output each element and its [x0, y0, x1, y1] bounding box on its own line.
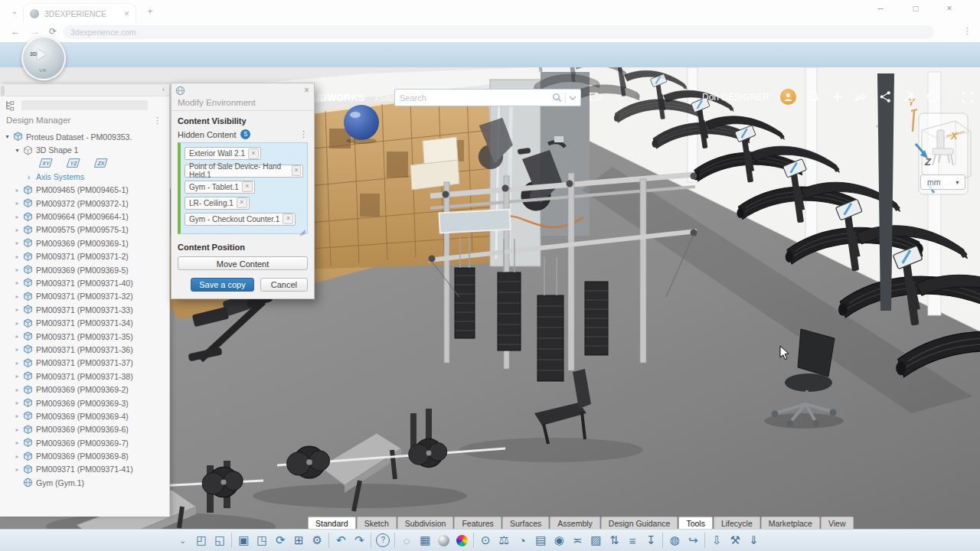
search-icon[interactable]	[552, 93, 562, 103]
parameters-icon[interactable]: ≡	[623, 531, 642, 549]
tree-expander-icon[interactable]: ▸	[13, 373, 21, 380]
panel-menu-kebab-icon[interactable]: ⋮	[153, 116, 169, 126]
add-content-icon[interactable]	[831, 90, 844, 103]
zebra-stripes-icon[interactable]: ▨	[586, 531, 605, 549]
chip-remove-icon[interactable]: ×	[242, 181, 253, 192]
tree-item-component[interactable]: ▸ PM009371 (PM009371-38)	[0, 370, 169, 383]
hidden-content-chip[interactable]: Exterior Wall 2.1 ×	[185, 147, 261, 160]
tab-assembly[interactable]: Assembly	[550, 517, 600, 529]
panel-scrollbar[interactable]	[1, 86, 5, 96]
tree-item-component[interactable]: ▸ PM009371 (PM009371-33)	[0, 303, 169, 316]
search-input[interactable]	[395, 93, 552, 103]
tree-expander-icon[interactable]: ▸	[13, 227, 21, 233]
dialog-header[interactable]: ×	[172, 83, 314, 97]
pack-and-go-icon[interactable]: ↧	[642, 531, 660, 549]
tree-expander-icon[interactable]: ▸	[13, 306, 21, 313]
tree-item-component[interactable]: ▸ PM009369 (PM009369-4)	[0, 409, 169, 422]
cancel-button[interactable]: Cancel	[260, 278, 308, 292]
tab-marketplace[interactable]: Marketplace	[761, 517, 820, 529]
tree-expander-icon[interactable]: ›	[24, 173, 33, 181]
tree-item-component[interactable]: ▸ PM009369 (PM009369-2)	[0, 383, 169, 396]
help-icon[interactable]: ?	[926, 90, 939, 103]
tree-expander-icon[interactable]: ▸	[13, 253, 21, 260]
chip-remove-icon[interactable]: ×	[237, 197, 247, 208]
thickness-check-icon[interactable]: ≍	[568, 531, 586, 549]
tab-list-chevron-icon[interactable]: ⌄	[8, 5, 21, 18]
browser-forward-icon[interactable]: →	[31, 26, 40, 37]
tree-item-gym[interactable]: Gym (Gym.1)	[0, 476, 169, 489]
hidden-content-chip[interactable]: Gym - Checkout Counter.1 ×	[185, 213, 296, 226]
tree-expander-icon[interactable]: ▸	[13, 346, 21, 353]
tags-icon[interactable]	[586, 90, 601, 104]
tree-expander-icon[interactable]: ▸	[13, 412, 21, 419]
tab-lifecycle[interactable]: Lifecycle	[714, 517, 760, 529]
transform-icon[interactable]: ⇅	[605, 531, 623, 549]
tree-item-axis-systems[interactable]: › Axis Systems	[0, 170, 169, 183]
browser-tab[interactable]: 3DEXPERIENCE ×	[23, 3, 136, 23]
tab-subdivision[interactable]: Subdivision	[397, 517, 454, 529]
save-a-copy-button[interactable]: Save a copy	[191, 278, 254, 292]
export-download-icon[interactable]: ⇓	[744, 531, 763, 549]
capture-image-icon[interactable]: ▦	[416, 531, 434, 549]
tree-expander-icon[interactable]: ▸	[13, 187, 21, 194]
share-link-icon[interactable]: ↪	[684, 531, 702, 549]
help-icon[interactable]: ?	[374, 531, 392, 549]
material-sphere-icon[interactable]	[434, 531, 452, 549]
section-view-icon[interactable]: ◉	[550, 531, 568, 549]
tree-item-component[interactable]: ▸ PM009371 (PM009371-34)	[0, 316, 169, 329]
move-content-button[interactable]: Move Content	[178, 256, 308, 270]
tree-item-component[interactable]: ▸ PM009371 (PM009371-35)	[0, 330, 169, 343]
tab-design-guidance[interactable]: Design Guidance	[601, 517, 678, 529]
hidden-content-chip-list[interactable]: Exterior Wall 2.1 ×Point of Sale Device-…	[178, 142, 308, 234]
bom-list-icon[interactable]: ▤	[531, 531, 550, 549]
undo-icon[interactable]: ↶	[332, 531, 350, 549]
manage-updates-icon[interactable]: ⊞	[289, 531, 308, 549]
measure-icon[interactable]: ⊙	[476, 531, 495, 549]
address-bar[interactable]: 3dexperience.com	[63, 25, 934, 39]
lasso-select-icon[interactable]: ◌	[397, 531, 416, 549]
tree-item-component[interactable]: ▸ PM009664 (PM009664-1)	[0, 210, 169, 223]
tree-expander-icon[interactable]: ▸	[13, 200, 21, 207]
tree-item-component[interactable]: ▸ PM009371 (PM009371-37)	[0, 357, 169, 370]
tree-expander-icon[interactable]: ▸	[13, 240, 21, 246]
tree-item-component[interactable]: ▸ PM009369 (PM009369-7)	[0, 436, 169, 449]
tree-item-component[interactable]: ▸ PM009372 (PM009372-1)	[0, 197, 169, 210]
window-maximize-button[interactable]: □	[908, 3, 923, 14]
user-name[interactable]: Don DESIGNER	[702, 92, 769, 103]
search-scope-chevron-icon[interactable]	[569, 95, 577, 101]
tree-item-component[interactable]: ▸ PM009369 (PM009369-3)	[0, 396, 169, 409]
tree-expander-icon[interactable]: ▸	[13, 214, 21, 220]
hidden-content-chip[interactable]: Gym - Tablet.1 ×	[185, 181, 255, 194]
fullscreen-icon[interactable]	[962, 91, 974, 103]
redo-icon[interactable]: ↷	[350, 531, 368, 549]
machine-setup-icon[interactable]: ⚒	[726, 531, 744, 549]
tree-item-component[interactable]: ▸ PM009371 (PM009371-40)	[0, 276, 169, 289]
hidden-content-chip[interactable]: Point of Sale Device- Hand Held.1 ×	[185, 165, 303, 178]
3d-compass-badge[interactable]: 3D V.R	[21, 36, 66, 80]
panel-collapse-icon[interactable]: ‹	[162, 85, 165, 93]
tab-close-icon[interactable]: ×	[124, 8, 129, 19]
dialog-close-icon[interactable]: ×	[304, 85, 314, 96]
tree-expander-icon[interactable]: ▸	[13, 266, 21, 273]
tree-item-component[interactable]: ▸ PM009371 (PM009371-2)	[0, 250, 169, 263]
ref-plane-yz-icon[interactable]: YZ	[66, 158, 81, 168]
tree-expander-icon[interactable]: ▸	[13, 399, 21, 406]
collab-tools-icon[interactable]	[903, 90, 916, 103]
ref-plane-xy-icon[interactable]: XY	[38, 158, 54, 168]
tree-expander-icon[interactable]: ▸	[13, 333, 21, 340]
share-arrow-icon[interactable]	[854, 91, 868, 103]
3d-viewport[interactable]: Y X Z ‹ mm ▼ ‹	[0, 67, 980, 529]
tree-expander-icon[interactable]: ▸	[13, 439, 21, 446]
ref-plane-zx-icon[interactable]: ZX	[93, 158, 109, 168]
hidden-content-kebab-icon[interactable]: ⋮	[299, 129, 308, 139]
units-dropdown[interactable]: mm ▼	[920, 174, 965, 190]
tree-expander-icon[interactable]: ▸	[13, 386, 21, 393]
tree-item-component[interactable]: ▸ PM009371 (PM009371-32)	[0, 290, 169, 303]
tab-standard[interactable]: Standard	[308, 517, 356, 529]
color-wheel-icon[interactable]	[452, 531, 471, 549]
tree-item-component[interactable]: ▸ PM009465 (PM009465-1)	[0, 184, 169, 197]
window-minimize-button[interactable]: –	[873, 3, 888, 14]
tab-features[interactable]: Features	[454, 517, 501, 529]
tree-item-3d-shape[interactable]: ▾ 3D Shape 1	[0, 143, 169, 156]
draft-analysis-icon[interactable]: ◔	[513, 531, 531, 549]
